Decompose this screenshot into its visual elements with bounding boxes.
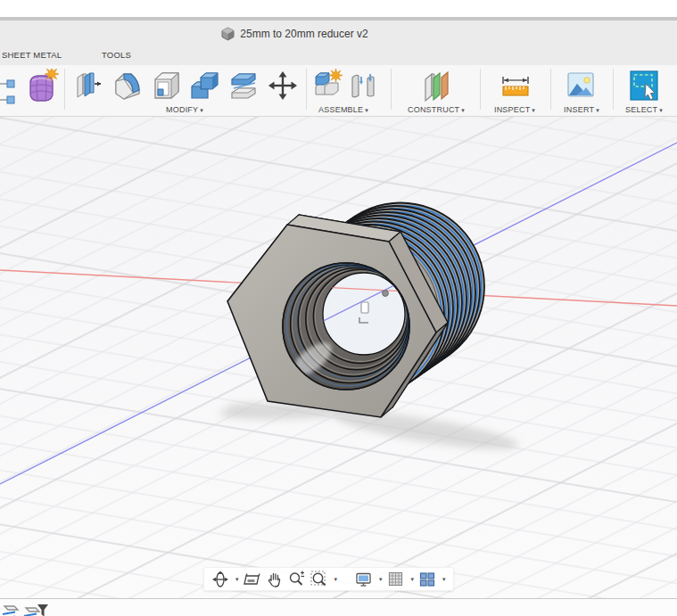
combine-icon[interactable]: [188, 69, 220, 104]
fusion-app-window: 25mm to 20mm reducer v2 SHEET METAL TOOL…: [0, 0, 677, 616]
document-titlebar: 25mm to 20mm reducer v2: [0, 21, 677, 46]
view-navigation-bar: ▾ ▾: [203, 567, 454, 591]
create-form-icon[interactable]: [25, 69, 59, 104]
assemble-label-text: ASSEMBLE: [318, 105, 363, 114]
filter-icon[interactable]: [37, 604, 48, 616]
inspect-group-label[interactable]: INSPECT▾: [494, 105, 535, 114]
viewports-icon[interactable]: [418, 571, 436, 588]
select-caret-icon: ▾: [659, 107, 663, 113]
zoom-window-caret-icon[interactable]: ▾: [334, 576, 338, 583]
window-top-strip: [0, 0, 677, 17]
construct-label-text: CONSTRUCT: [408, 105, 459, 114]
display-settings-caret-icon[interactable]: ▾: [379, 576, 383, 583]
inspect-label-text: INSPECT: [494, 105, 530, 114]
tab-sheet-metal[interactable]: SHEET METAL: [2, 50, 62, 60]
status-bar: [0, 598, 677, 616]
ribbon-divider: [613, 69, 614, 110]
move-icon[interactable]: [267, 69, 299, 104]
construct-group-label[interactable]: CONSTRUCT▾: [408, 105, 465, 114]
section-view-icon[interactable]: [2, 604, 21, 616]
insert-caret-icon: ▾: [596, 107, 599, 113]
modify-label-text: MODIFY: [166, 105, 198, 114]
zoom-icon[interactable]: [288, 571, 306, 588]
orbit-caret-icon[interactable]: ▾: [235, 576, 239, 583]
select-icon[interactable]: [629, 69, 659, 103]
pan-icon[interactable]: [266, 571, 284, 588]
select-group-label[interactable]: SELECT▾: [625, 105, 663, 114]
new-component-icon[interactable]: [310, 69, 344, 104]
display-settings-icon[interactable]: [355, 571, 373, 588]
insert-label-text: INSERT: [564, 105, 594, 114]
fillet-icon[interactable]: [111, 69, 144, 104]
ribbon-divider: [64, 69, 65, 110]
create-partial-icon[interactable]: [0, 72, 16, 106]
document-cube-icon: [221, 27, 235, 41]
modify-group-label[interactable]: MODIFY▾: [166, 105, 203, 114]
grid-display-caret-icon[interactable]: ▾: [411, 576, 415, 583]
section-filter-icon[interactable]: [23, 604, 50, 616]
tab-tools[interactable]: TOOLS: [102, 50, 131, 60]
ribbon-toolbar: MODIFY▾ ASSEMBLE▾: [0, 65, 677, 117]
document-title[interactable]: 25mm to 20mm reducer v2: [240, 28, 367, 40]
press-pull-icon[interactable]: [72, 69, 104, 104]
construct-plane-icon[interactable]: [421, 69, 451, 104]
select-label-text: SELECT: [625, 105, 657, 114]
toolbar-tabs-row: SHEET METAL TOOLS: [0, 46, 677, 65]
grid-display-icon[interactable]: [387, 571, 405, 588]
assemble-caret-icon: ▾: [365, 107, 368, 113]
zoom-window-icon[interactable]: [310, 571, 328, 588]
joint-icon[interactable]: [348, 69, 378, 104]
through-hole: [323, 273, 405, 355]
ribbon-divider: [306, 69, 307, 110]
viewports-caret-icon[interactable]: ▾: [442, 576, 446, 583]
look-at-icon[interactable]: [244, 571, 261, 588]
orbit-icon[interactable]: [211, 571, 229, 588]
shell-icon[interactable]: [150, 69, 182, 104]
assemble-group-label[interactable]: ASSEMBLE▾: [318, 105, 368, 114]
modify-caret-icon: ▾: [200, 107, 203, 113]
origin-point-marker[interactable]: [383, 291, 389, 297]
ribbon-divider: [391, 69, 392, 110]
insert-image-icon[interactable]: [566, 69, 596, 103]
inspect-caret-icon: ▾: [532, 107, 535, 113]
ribbon-divider: [480, 69, 481, 110]
offset-face-icon[interactable]: [227, 69, 260, 104]
ribbon-divider: [550, 69, 551, 110]
measure-icon[interactable]: [499, 74, 532, 101]
construct-caret-icon: ▾: [461, 107, 465, 113]
insert-group-label[interactable]: INSERT▾: [564, 105, 599, 114]
3d-viewport-canvas[interactable]: [0, 117, 677, 598]
